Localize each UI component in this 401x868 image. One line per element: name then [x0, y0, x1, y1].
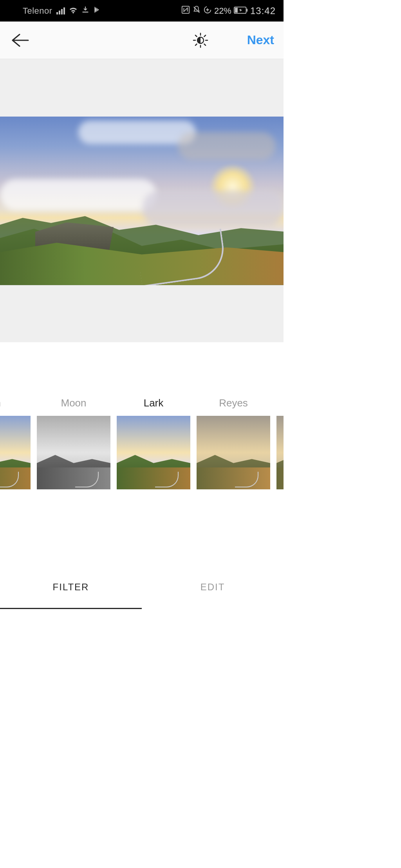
- clock-label: 13:42: [250, 5, 276, 16]
- svg-rect-3: [246, 9, 247, 11]
- carrier-label: Telenor: [23, 6, 52, 16]
- back-button[interactable]: [9, 30, 31, 51]
- next-button[interactable]: Next: [247, 33, 274, 47]
- filter-section: am Moon Lark Reyes: [0, 342, 284, 565]
- filter-label: [276, 397, 284, 410]
- battery-percent: 22%: [214, 6, 231, 16]
- mute-icon: [192, 5, 201, 16]
- system-nav-bar: [0, 609, 284, 612]
- tab-edit[interactable]: EDIT: [142, 565, 284, 609]
- status-bar: Telenor 22% 13:42: [0, 0, 284, 22]
- filter-item-reyes[interactable]: Reyes: [197, 397, 270, 489]
- download-icon: [81, 6, 89, 16]
- wifi-icon: [69, 6, 78, 16]
- filter-label: Moon: [37, 397, 110, 410]
- filter-item-lark[interactable]: Lark: [117, 397, 190, 489]
- filter-label: Reyes: [197, 397, 270, 410]
- filter-thumb: [197, 416, 270, 489]
- data-saver-icon: [203, 5, 212, 16]
- filter-item-gingham[interactable]: am: [0, 397, 31, 489]
- filter-item-next[interactable]: [276, 397, 284, 489]
- filter-thumb: [117, 416, 190, 489]
- filter-thumb: [0, 416, 31, 489]
- svg-rect-4: [235, 7, 238, 13]
- filter-item-moon[interactable]: Moon: [37, 397, 110, 489]
- lux-button[interactable]: [190, 30, 211, 51]
- filter-label: Lark: [117, 397, 190, 410]
- filter-thumb: [276, 416, 284, 489]
- signal-icon: [56, 7, 65, 14]
- nfc-icon: [181, 5, 190, 16]
- app-header: Next: [0, 22, 284, 59]
- filter-thumb: [37, 416, 110, 489]
- filter-label: am: [0, 397, 31, 410]
- play-store-icon: [93, 6, 101, 16]
- preview-image[interactable]: [0, 117, 284, 285]
- battery-icon: [234, 6, 248, 16]
- preview-area: [0, 59, 284, 342]
- tab-filter[interactable]: FILTER: [0, 565, 142, 609]
- bottom-tabs: FILTER EDIT: [0, 565, 284, 609]
- filter-strip[interactable]: am Moon Lark Reyes: [0, 397, 284, 489]
